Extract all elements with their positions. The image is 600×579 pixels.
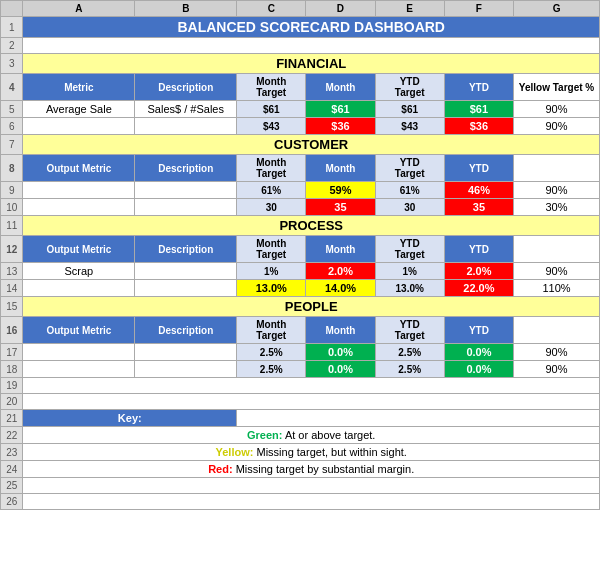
financial-data-row-1: 5 Average Sale Sales$ / #Sales $61 $61 $… — [1, 101, 600, 118]
row-2-num: 2 — [1, 38, 23, 54]
row-19: 19 — [1, 378, 600, 394]
cust-row1-ytd: 46% — [444, 182, 513, 199]
ppl-description-label: Description — [135, 317, 237, 344]
proc-yellow-target-label — [514, 236, 600, 263]
row-2: 2 — [1, 38, 600, 54]
cust-ytd-label: YTD — [444, 155, 513, 182]
fin-row1-desc: Sales$ / #Sales — [135, 101, 237, 118]
fin-row2-month: $36 — [306, 118, 375, 135]
ppl-row2-ytd-target: 2.5% — [375, 361, 444, 378]
row-20-num: 20 — [1, 394, 23, 410]
ppl-row2-ytd: 0.0% — [444, 361, 513, 378]
row-4-num: 4 — [1, 74, 23, 101]
red-key-desc: Missing target by substantial margin. — [236, 463, 415, 475]
ppl-row1-ytd-target: 2.5% — [375, 344, 444, 361]
proc-row2-ytd-target: 13.0% — [375, 280, 444, 297]
yellow-target-label: Yellow Target % — [514, 74, 600, 101]
cust-row2-ytd-target: 30 — [375, 199, 444, 216]
month-target-label: MonthTarget — [237, 74, 306, 101]
fin-row1-month: $61 — [306, 101, 375, 118]
row-16-num: 16 — [1, 317, 23, 344]
row-20: 20 — [1, 394, 600, 410]
ppl-row1-ytd: 0.0% — [444, 344, 513, 361]
yellow-key-row: 23 Yellow: Missing target, but within si… — [1, 444, 600, 461]
red-key-text: Red: Missing target by substantial margi… — [23, 461, 600, 478]
fin-row2-month-target: $43 — [237, 118, 306, 135]
ppl-row2-metric — [23, 361, 135, 378]
people-section-row: 15 PEOPLE — [1, 297, 600, 317]
proc-row2-metric — [23, 280, 135, 297]
row-24-num: 24 — [1, 461, 23, 478]
ppl-row1-desc — [135, 344, 237, 361]
proc-row2-month-target: 13.0% — [237, 280, 306, 297]
row-17-num: 17 — [1, 344, 23, 361]
ppl-row1-yellow-target: 90% — [514, 344, 600, 361]
row-8-num: 8 — [1, 155, 23, 182]
cust-yellow-target-label — [514, 155, 600, 182]
title-row: 1 BALANCED SCORECARD DASHBOARD — [1, 17, 600, 38]
row-14-num: 14 — [1, 280, 23, 297]
red-key-label: Red: — [208, 463, 232, 475]
proc-row1-yellow-target: 90% — [514, 263, 600, 280]
proc-row2-ytd: 22.0% — [444, 280, 513, 297]
row-3-num: 3 — [1, 54, 23, 74]
red-key-row: 24 Red: Missing target by substantial ma… — [1, 461, 600, 478]
fin-row2-desc — [135, 118, 237, 135]
row-20-empty — [23, 394, 600, 410]
row-25-num: 25 — [1, 478, 23, 494]
ppl-ytd-target-label: YTDTarget — [375, 317, 444, 344]
financial-col-header-row: 4 Metric Description MonthTarget Month Y… — [1, 74, 600, 101]
ppl-row2-month: 0.0% — [306, 361, 375, 378]
proc-row2-month: 14.0% — [306, 280, 375, 297]
row-26-empty — [23, 494, 600, 510]
key-label: Key: — [23, 410, 237, 427]
proc-row1-ytd-target: 1% — [375, 263, 444, 280]
customer-col-header-row: 8 Output Metric Description MonthTarget … — [1, 155, 600, 182]
ytd-target-label: YTDTarget — [375, 74, 444, 101]
row-21-num: 21 — [1, 410, 23, 427]
ppl-row1-metric — [23, 344, 135, 361]
ppl-row2-yellow-target: 90% — [514, 361, 600, 378]
ppl-row2-desc — [135, 361, 237, 378]
people-data-row-2: 18 2.5% 0.0% 2.5% 0.0% 90% — [1, 361, 600, 378]
yellow-key-desc: Missing target, but within sight. — [256, 446, 406, 458]
ppl-ytd-label: YTD — [444, 317, 513, 344]
cust-row2-month-target: 30 — [237, 199, 306, 216]
customer-data-row-1: 9 61% 59% 61% 46% 90% — [1, 182, 600, 199]
col-f-header: F — [444, 1, 513, 17]
row-23-num: 23 — [1, 444, 23, 461]
cust-month-label: Month — [306, 155, 375, 182]
cust-row2-yellow-target: 30% — [514, 199, 600, 216]
row-19-empty — [23, 378, 600, 394]
row-10-num: 10 — [1, 199, 23, 216]
row-12-num: 12 — [1, 236, 23, 263]
row-25: 25 — [1, 478, 600, 494]
people-col-header-row: 16 Output Metric Description MonthTarget… — [1, 317, 600, 344]
proc-row1-month: 2.0% — [306, 263, 375, 280]
row-15-num: 15 — [1, 297, 23, 317]
row-7-num: 7 — [1, 135, 23, 155]
cust-description-label: Description — [135, 155, 237, 182]
metric-label: Metric — [23, 74, 135, 101]
proc-row2-yellow-target: 110% — [514, 280, 600, 297]
output-metric-label: Output Metric — [23, 155, 135, 182]
corner-cell — [1, 1, 23, 17]
cust-row1-month-target: 61% — [237, 182, 306, 199]
ppl-month-target-label: MonthTarget — [237, 317, 306, 344]
row-2-empty — [23, 38, 600, 54]
process-data-row-1: 13 Scrap 1% 2.0% 1% 2.0% 90% — [1, 263, 600, 280]
process-data-row-2: 14 13.0% 14.0% 13.0% 22.0% 110% — [1, 280, 600, 297]
row-9-num: 9 — [1, 182, 23, 199]
row-22-num: 22 — [1, 427, 23, 444]
process-section-row: 11 PROCESS — [1, 216, 600, 236]
customer-header: CUSTOMER — [23, 135, 600, 155]
financial-section-row: 3 FINANCIAL — [1, 54, 600, 74]
process-col-header-row: 12 Output Metric Description MonthTarget… — [1, 236, 600, 263]
cust-row2-ytd: 35 — [444, 199, 513, 216]
ppl-row1-month-target: 2.5% — [237, 344, 306, 361]
dashboard-title: BALANCED SCORECARD DASHBOARD — [23, 17, 600, 38]
fin-row2-yellow-target: 90% — [514, 118, 600, 135]
month-label: Month — [306, 74, 375, 101]
row-11-num: 11 — [1, 216, 23, 236]
proc-ytd-target-label: YTDTarget — [375, 236, 444, 263]
